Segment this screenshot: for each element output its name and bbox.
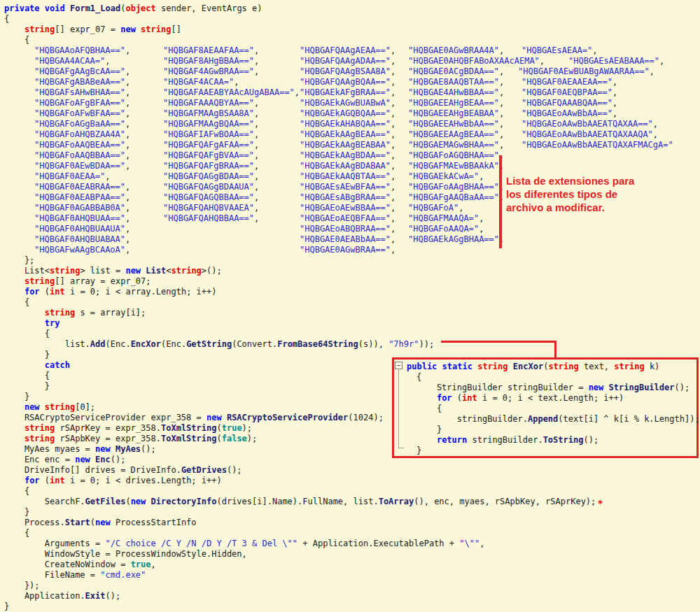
code-token: try <box>45 318 60 328</box>
array-string-item: "HQBGAFQAGQBBAA==", <box>163 192 259 203</box>
collapse-toggle-icon[interactable]: − <box>395 362 402 369</box>
code-line: { <box>4 297 29 308</box>
code-token: string <box>24 276 55 286</box>
code-token: , <box>499 87 504 97</box>
array-string-item: "HQBGAEkAGgBHAA==", <box>408 234 504 245</box>
code-token: ( <box>216 423 221 433</box>
code-token <box>111 444 115 454</box>
code-token: Start <box>65 518 90 527</box>
code-token: StringBuilder stringBuilder = <box>416 383 589 392</box>
array-string-item: "HQBGAF0AGABBAB0A", <box>34 203 130 213</box>
code-token: List< <box>4 266 50 276</box>
code-line: private void Form1_Load(object sender, E… <box>4 3 262 14</box>
code-token: , <box>254 108 259 118</box>
code-line: } <box>4 381 50 392</box>
code-token: i = 0; i < drives.Length; i++) <box>65 476 222 485</box>
code-token: } <box>4 602 9 611</box>
code-token: string <box>171 266 201 276</box>
code-token <box>90 455 95 464</box>
code-token: , <box>125 213 130 223</box>
code-token: , <box>391 77 396 87</box>
code-token: GetDrives <box>181 465 227 475</box>
code-token: , <box>391 119 396 129</box>
array-string-item: "HQBGAA4ACAA=", <box>34 56 110 66</box>
array-string-item: "HQBGAFAAAQBYAA==", <box>163 98 259 108</box>
code-token: List <box>146 266 166 276</box>
decompiler-code-view[interactable]: private void Form1_Load(object sender, E… <box>0 0 700 612</box>
code-token: ToString <box>543 435 584 445</box>
string-literal: "HQBGAFQAFgBRAA==" <box>163 161 254 171</box>
code-token: , <box>105 171 110 181</box>
array-string-item: "HQBGAEsAEAA=", <box>522 45 597 56</box>
code-token: , <box>254 140 259 150</box>
code-token: new <box>95 444 111 454</box>
string-literal: "HQBGAFoAHQBZAA4A" <box>34 129 125 139</box>
code-token: , <box>254 119 259 129</box>
code-token: DriveInfo[] drives = DriveInfo. <box>4 465 181 475</box>
code-token: , <box>254 213 259 223</box>
code-token: ProcessStartInfo <box>111 518 197 527</box>
code-token: i = 0; i < text.Length; i++) <box>477 393 624 403</box>
string-literal: "HQBGAFgABABeAA==" <box>34 77 125 87</box>
code-line: stringBuilder.Append(text[i] ^ k[i % k.L… <box>416 414 700 425</box>
code-line: List<string> list = new List<string>(); <box>4 266 222 276</box>
code-token: GetFiles <box>85 497 126 506</box>
array-string-item: "HQBGAFQAFgBVAA==", <box>163 150 259 161</box>
code-token: [0]; <box>75 402 95 412</box>
array-string-item: "HQBGAFoAFgBFAA==", <box>34 98 130 108</box>
code-token: catch <box>45 360 70 370</box>
code-token: } <box>4 350 50 360</box>
code-token: WindowStyle = ProcessWindowStyle.Hidden, <box>4 549 247 559</box>
array-string-item: "HQBGAAoAFQBHAA==", <box>34 45 130 56</box>
code-token: , <box>653 119 658 129</box>
code-line: string[] expr_07 = new string[] <box>4 24 181 35</box>
code-token: ( <box>90 518 95 527</box>
array-string-item: "HQBGAEsAEABAAA==", <box>568 56 664 66</box>
code-token: CreateNoWindow = <box>4 560 131 569</box>
array-string-item: "HQBGAEEAHgBEAA==", <box>408 98 504 108</box>
string-literal: "HQBGAEoAAwBbAAEATQAXAFMACgA=" <box>522 140 673 150</box>
error-marker-icon: ✱ <box>596 497 603 506</box>
code-token: > list = <box>80 266 125 276</box>
string-literal: "HQBGAFgAAQBaAA==" <box>408 192 499 202</box>
code-token: string <box>24 434 55 443</box>
code-token: ( <box>216 434 221 443</box>
string-literal: "HQBGAEEAHwBbAA==" <box>408 119 499 129</box>
code-token: return <box>437 435 467 445</box>
code-token: { <box>4 329 50 339</box>
code-token: , <box>254 192 259 202</box>
code-token: k) <box>645 362 660 371</box>
code-token: stringBuilder. <box>467 435 542 445</box>
code-line: for (int i = 0; i < array.Length; i++) <box>4 287 216 297</box>
code-token: s = array[i]; <box>75 308 146 318</box>
code-line: }; <box>4 255 34 266</box>
array-string-item: "HQBGAEkAHABQAA==", <box>300 119 396 129</box>
code-token: , <box>391 98 396 108</box>
array-string-item: "HQBGAEEAHwBbAA==", <box>408 119 504 129</box>
code-token: { <box>4 35 29 45</box>
string-literal: "HQBGAFoAFwBFAA==" <box>34 108 125 118</box>
code-token: (Enc. <box>161 339 186 349</box>
string-literal: "HQBGAEoAEwBBAA==" <box>300 203 391 213</box>
code-line: } <box>416 446 421 456</box>
code-line: WindowStyle = ProcessWindowStyle.Hidden, <box>4 549 247 560</box>
array-string-item: "HQBGAFoAAgBHAA==", <box>408 182 504 192</box>
code-line: { <box>4 486 29 497</box>
code-token: Enc <box>95 455 111 464</box>
code-token <box>40 3 45 13</box>
code-line: { <box>4 371 50 381</box>
code-token: , <box>499 129 504 139</box>
code-line: for (int i = 0; i < text.Length; i++) <box>416 393 624 404</box>
string-literal: "HQBGAFAAAQBYAA==" <box>163 98 254 108</box>
code-token: , <box>479 224 484 234</box>
string-literal: "HQBGAF8AEAAFAA==" <box>163 45 254 55</box>
array-string-item: "HQBGAFgAAQBaAA==", <box>408 192 504 203</box>
string-literal: "HQBGAEoAAwBbAA==" <box>522 108 612 118</box>
string-literal: "HQBGAF4ACAA=" <box>163 77 234 87</box>
string-literal: "HQBGAFQAGgBDAAUA" <box>163 182 254 192</box>
code-token <box>508 362 513 371</box>
string-literal: "HQBGAFoAAQBEAA==" <box>34 140 125 150</box>
code-token: FromBase64String <box>277 339 358 349</box>
code-token: string <box>548 362 578 371</box>
string-literal: "HQBGAFoAFgBFAA==" <box>34 98 125 108</box>
